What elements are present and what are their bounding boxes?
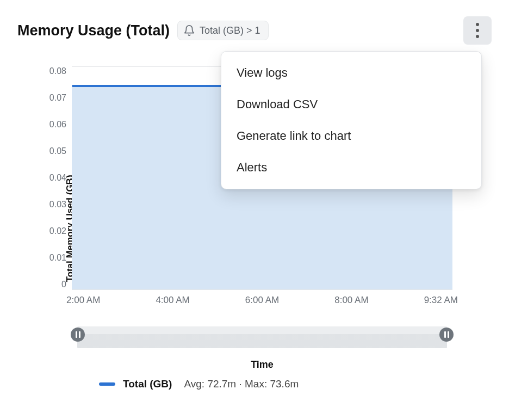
menu-generate-link[interactable]: Generate link to chart — [221, 120, 481, 152]
legend: Total (GB) Avg: 72.7m · Max: 73.6m — [99, 378, 492, 390]
menu-alerts[interactable]: Alerts — [221, 152, 481, 183]
legend-swatch — [99, 382, 115, 386]
y-tick: 0.05 — [28, 146, 66, 156]
x-axis-label: Time — [72, 359, 452, 370]
x-axis-ticks: 2:00 AM 4:00 AM 6:00 AM 8:00 AM 9:32 AM — [72, 295, 452, 306]
chart-options-menu: View logs Download CSV Generate link to … — [221, 51, 482, 189]
menu-view-logs[interactable]: View logs — [221, 57, 481, 89]
y-tick: 0.07 — [28, 93, 66, 103]
scrubber-handle-left[interactable] — [71, 328, 85, 342]
x-tick: 8:00 AM — [334, 295, 368, 306]
scrubber-handle-right[interactable] — [439, 328, 454, 342]
legend-series-name: Total (GB) — [123, 378, 172, 390]
kebab-icon — [476, 23, 479, 38]
x-tick: 4:00 AM — [156, 295, 189, 306]
y-tick: 0.04 — [28, 173, 66, 183]
scrubber-track — [77, 326, 447, 348]
alert-chip[interactable]: Total (GB) > 1 — [177, 21, 269, 40]
time-scrubber[interactable] — [72, 321, 452, 348]
y-tick: 0.08 — [28, 66, 66, 76]
alert-chip-label: Total (GB) > 1 — [200, 25, 260, 36]
chart-title: Memory Usage (Total) — [17, 22, 170, 39]
bell-icon — [183, 24, 195, 36]
chart-options-button[interactable] — [463, 16, 492, 45]
x-tick: 9:32 AM — [424, 295, 458, 306]
y-tick: 0 — [28, 280, 66, 289]
legend-stats: Avg: 72.7m · Max: 73.6m — [184, 378, 299, 390]
x-tick: 6:00 AM — [245, 295, 279, 306]
chart-header: Memory Usage (Total) Total (GB) > 1 — [17, 16, 492, 45]
y-tick: 0.06 — [28, 120, 66, 129]
y-tick: 0.03 — [28, 200, 66, 209]
menu-download-csv[interactable]: Download CSV — [221, 89, 481, 120]
y-tick: 0.01 — [28, 253, 66, 263]
y-tick: 0.02 — [28, 226, 66, 236]
x-tick: 2:00 AM — [66, 295, 100, 306]
